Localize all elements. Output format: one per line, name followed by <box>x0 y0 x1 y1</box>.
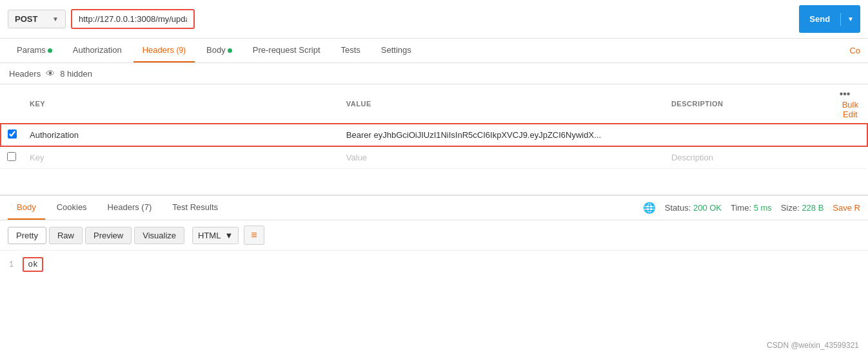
tab-headers-label: Headers (9) <box>143 45 186 55</box>
tab-prerequest[interactable]: Pre-request Script <box>244 39 330 62</box>
hidden-badge: 8 hidden <box>60 69 92 79</box>
view-pretty-button[interactable]: Pretty <box>8 227 46 244</box>
response-tab-headers-label: Headers (7) <box>108 202 152 212</box>
tab-body[interactable]: Body <box>197 39 241 62</box>
response-meta: 🌐 Status: 200 OK Time: 5 ms Size: 228 B … <box>643 202 860 214</box>
th-actions: ••• Bulk Edit <box>833 84 867 124</box>
view-preview-button[interactable]: Preview <box>85 227 132 244</box>
row-value: Bearer eyJhbGciOiJIUzI1NiIsInR5cCI6IkpXV… <box>346 130 601 140</box>
format-label: HTML <box>198 231 221 240</box>
wrap-icon: ≡ <box>251 229 257 240</box>
tab-right-label: Co <box>849 39 860 62</box>
response-tab-headers[interactable]: Headers (7) <box>99 196 161 220</box>
request-tabs: Params Authorization Headers (9) Body Pr… <box>0 39 868 63</box>
line-number: 1 <box>9 260 14 269</box>
th-description: DESCRIPTION <box>665 84 833 124</box>
status-label: Status: 200 OK <box>665 203 722 213</box>
params-dot <box>48 48 52 53</box>
response-tab-cookies[interactable]: Cookies <box>48 196 96 220</box>
time-value: 5 ms <box>754 203 772 213</box>
view-raw-button[interactable]: Raw <box>49 227 83 244</box>
headers-subbar: Headers 👁 8 hidden <box>0 63 868 84</box>
method-label: POST <box>15 14 37 24</box>
body-dot <box>228 48 232 53</box>
response-tab-test-results-label: Test Results <box>172 202 218 212</box>
response-section: Body Cookies Headers (7) Test Results 🌐 … <box>0 195 868 278</box>
placeholder-key-cell[interactable]: Key <box>23 146 340 169</box>
tab-headers[interactable]: Headers (9) <box>133 39 195 62</box>
method-chevron-icon: ▼ <box>52 15 59 23</box>
headers-badge: (9) <box>176 46 186 55</box>
tab-authorization-label: Authorization <box>73 45 122 55</box>
headers-subbar-title: Headers <box>9 69 41 79</box>
bulk-edit-button[interactable]: Bulk Edit <box>840 100 861 119</box>
send-button[interactable]: Send ▼ <box>799 5 860 33</box>
tab-settings-label: Settings <box>381 45 411 55</box>
th-value: VALUE <box>340 84 665 124</box>
row-checkbox-cell <box>1 124 23 146</box>
code-line: 1 ok <box>9 257 859 272</box>
placeholder-description: Description <box>671 153 713 162</box>
tab-body-label: Body <box>206 45 226 55</box>
method-select[interactable]: POST ▼ <box>8 10 66 28</box>
url-input[interactable] <box>71 9 195 29</box>
size-value: 228 B <box>802 203 824 213</box>
placeholder-key: Key <box>30 153 44 162</box>
tab-prerequest-label: Pre-request Script <box>253 45 321 55</box>
size-label: Size: 228 B <box>781 203 824 213</box>
eye-icon: 👁 <box>46 68 55 79</box>
more-options-button[interactable]: ••• <box>840 88 851 100</box>
response-toolbar: Pretty Raw Preview Visualize HTML ▼ ≡ <box>0 220 868 251</box>
placeholder-checkbox-cell <box>1 146 23 169</box>
wrap-button[interactable]: ≡ <box>244 225 264 245</box>
code-content: ok <box>23 257 43 272</box>
response-tab-body-label: Body <box>17 202 36 212</box>
table-row-placeholder: Key Value Description <box>1 146 867 169</box>
row-checkbox[interactable] <box>8 130 17 139</box>
tab-tests[interactable]: Tests <box>332 39 370 62</box>
tab-authorization[interactable]: Authorization <box>64 39 131 62</box>
url-bar: POST ▼ Send ▼ <box>0 0 868 39</box>
response-tab-cookies-label: Cookies <box>57 202 87 212</box>
response-tab-test-results[interactable]: Test Results <box>163 196 227 220</box>
send-arrow-icon[interactable]: ▼ <box>841 11 860 27</box>
tab-settings[interactable]: Settings <box>372 39 420 62</box>
tab-params-label: Params <box>17 45 46 55</box>
save-response-button[interactable]: Save R <box>833 203 860 213</box>
row-key: Authorization <box>30 130 79 140</box>
tab-tests-label: Tests <box>341 45 360 55</box>
headers-table: KEY VALUE DESCRIPTION ••• Bulk Edit Auth… <box>0 84 868 169</box>
row-key-cell: Authorization <box>23 124 340 146</box>
status-value: 200 OK <box>693 203 722 213</box>
row-desc-cell <box>665 124 867 146</box>
tab-params[interactable]: Params <box>8 39 61 62</box>
send-label: Send <box>799 10 840 28</box>
response-tabs: Body Cookies Headers (7) Test Results 🌐 … <box>0 196 868 220</box>
globe-icon: 🌐 <box>643 202 656 214</box>
view-visualize-button[interactable]: Visualize <box>134 227 184 244</box>
format-chevron-icon: ▼ <box>224 231 233 240</box>
table-row: Authorization Bearer eyJhbGciOiJIUzI1NiI… <box>1 124 867 146</box>
th-checkbox <box>1 84 23 124</box>
response-body: 1 ok <box>0 251 868 278</box>
placeholder-desc-cell[interactable]: Description <box>665 146 867 169</box>
placeholder-checkbox[interactable] <box>7 152 16 161</box>
th-key: KEY <box>23 84 340 124</box>
time-label: Time: 5 ms <box>731 203 772 213</box>
format-select[interactable]: HTML ▼ <box>192 227 239 244</box>
row-value-cell: Bearer eyJhbGciOiJIUzI1NiIsInR5cCI6IkpXV… <box>340 124 665 146</box>
placeholder-value-cell[interactable]: Value <box>340 146 665 169</box>
response-tab-body[interactable]: Body <box>8 196 45 220</box>
placeholder-value: Value <box>346 153 367 162</box>
